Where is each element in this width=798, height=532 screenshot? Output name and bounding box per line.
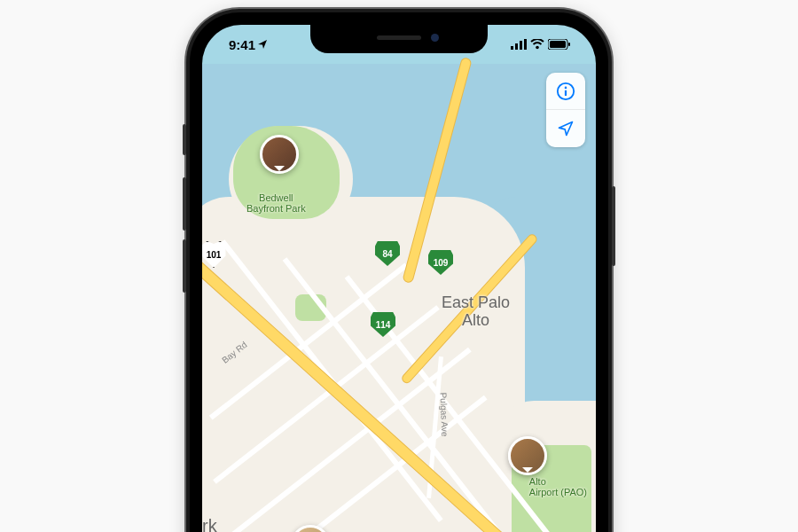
svg-rect-6	[550, 41, 566, 48]
status-time: 9:41	[229, 37, 255, 52]
phone-bezel: 9:41	[190, 12, 608, 532]
label-east-palo-alto: East Palo Alto	[442, 294, 510, 330]
label-airport: Alto Airport (PAO)	[529, 476, 587, 497]
svg-rect-7	[568, 43, 570, 46]
svg-point-9	[565, 86, 567, 89]
location-arrow-icon	[557, 120, 575, 137]
svg-rect-10	[565, 90, 567, 95]
label-bedwell-park: Bedwell Bayfront Park	[246, 192, 306, 214]
svg-rect-1	[515, 43, 518, 50]
svg-rect-2	[520, 41, 522, 50]
svg-rect-3	[524, 39, 527, 50]
locate-button[interactable]	[546, 110, 585, 147]
cellular-signal-icon	[511, 37, 527, 52]
map-view[interactable]: Bedwell Bayfront Park East Palo Alto Bay…	[202, 64, 596, 532]
svg-rect-0	[511, 46, 513, 50]
status-left: 9:41	[223, 37, 268, 52]
wifi-icon	[530, 37, 544, 52]
location-services-icon	[257, 37, 268, 52]
label-pulgas-ave: Pulgas Ave	[439, 392, 450, 436]
volume-down-button	[183, 239, 186, 293]
volume-up-button	[183, 177, 186, 231]
mute-switch	[183, 124, 186, 155]
screen: 9:41	[202, 25, 596, 532]
map-controls	[546, 73, 585, 147]
avatar-person-airport[interactable]	[508, 436, 547, 475]
power-button	[612, 186, 615, 266]
battery-icon	[548, 37, 571, 52]
notch	[310, 25, 488, 53]
info-icon	[556, 82, 575, 101]
info-button[interactable]	[546, 73, 585, 110]
svg-point-4	[536, 45, 539, 49]
status-right	[511, 37, 575, 52]
label-city-partial: rk	[202, 516, 217, 532]
avatar-person-park[interactable]	[260, 135, 299, 174]
phone-device-frame: 9:41	[186, 9, 612, 532]
